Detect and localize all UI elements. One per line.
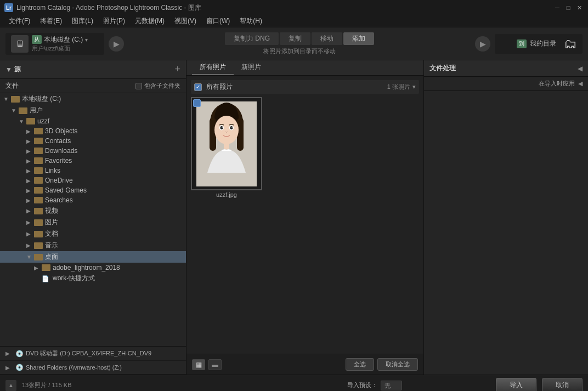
tree-item-saved-games[interactable]: ▶Saved Games [0, 185, 186, 195]
svg-point-9 [220, 126, 223, 129]
menu-item-l[interactable]: 图库(L) [67, 15, 98, 27]
tree-item-onedrive[interactable]: ▶OneDrive [0, 175, 186, 185]
checkbox-label-text: 包含子文件夹 [144, 82, 180, 90]
sidebar-sub-header: 文件 包含子文件夹 [0, 79, 186, 93]
dest-arrow[interactable]: ▶ [475, 36, 490, 52]
tab-all-photos[interactable]: 所有照片 [192, 60, 234, 75]
sidebar-title: ▼ 源 [5, 65, 21, 74]
left-sidebar: ▼ 源 + 文件 包含子文件夹 ▼本地磁盘 (C:)▼用户▼uzzf▶3D Ob… [0, 60, 186, 375]
tree-arrow-saved-games: ▶ [26, 188, 34, 194]
menu-item-f[interactable]: 文件(F) [4, 15, 35, 27]
tree-item-contacts[interactable]: ▶Contacts [0, 136, 186, 146]
drive-arrow-0: ▶ [5, 350, 13, 356]
tree-item-3d-objects[interactable]: ▶3D Objects [0, 126, 186, 136]
tree-label-docs: 文档 [45, 229, 183, 239]
tree-arrow-downloads: ▶ [26, 148, 34, 154]
files-label: 文件 [5, 81, 19, 90]
section-arrow-icon: ▾ [412, 83, 416, 90]
action-tabs: 复制力 DNG 复制 移动 添加 [225, 32, 374, 45]
move-tab[interactable]: 移动 [312, 32, 342, 45]
menu-item-v[interactable]: 视图(V) [170, 15, 201, 27]
preset-select[interactable]: 无 [381, 381, 402, 390]
source-info: 从 本地磁盘 (C:) ▾ 用户\uzzf\桌面 [32, 35, 88, 53]
svg-point-12 [231, 127, 233, 128]
tree-arrow-contacts: ▶ [26, 138, 34, 144]
list-view-btn[interactable]: ▬ [208, 359, 222, 370]
thumb-checkbox[interactable] [193, 99, 201, 107]
svg-point-13 [227, 138, 234, 142]
photo-count-info: 13张照片 / 115 KB [22, 381, 253, 389]
tree-arrow-desktop: ▼ [26, 254, 34, 260]
source-dropdown-icon[interactable]: ▾ [85, 37, 88, 43]
tree-item-searches[interactable]: ▶Searches [0, 195, 186, 205]
copy-dng-tab[interactable]: 复制力 DNG [225, 32, 279, 45]
top-toolbar: 🖥 从 本地磁盘 (C:) ▾ 用户\uzzf\桌面 ▶ 复制力 DNG 复制 … [0, 27, 588, 60]
source-panel[interactable]: 🖥 从 本地磁盘 (C:) ▾ 用户\uzzf\桌面 [5, 33, 104, 55]
drive-item-0[interactable]: ▶💿DVD 驱动器 (D:) CPBA_X64FRE_ZH-CN_DV9 [0, 347, 186, 361]
sidebar-add-button[interactable]: + [174, 64, 180, 75]
tree-item-pictures[interactable]: ▶图片 [0, 217, 186, 228]
folder-icon-videos [34, 208, 43, 214]
section-count: 1 张照片 [387, 83, 410, 91]
tree-label-downloads: Downloads [45, 147, 183, 155]
menu-item-p[interactable]: 照片(P) [99, 15, 129, 27]
photo-thumb-uzzf[interactable]: uzzf.jpg [191, 97, 262, 199]
apply-on-import-header: 在导入时应用 ◀ [424, 77, 588, 91]
tree-label-pictures: 图片 [45, 218, 183, 227]
menu-item-h[interactable]: 帮助(H) [235, 15, 267, 27]
apply-on-import-label: 在导入时应用 [539, 80, 575, 88]
tree-item-local-disk[interactable]: ▼本地磁盘 (C:) [0, 93, 186, 105]
tree-arrow-local-disk: ▼ [3, 96, 11, 102]
deselect-all-button[interactable]: 取消全选 [377, 358, 418, 371]
tree-arrow-music: ▶ [26, 242, 34, 248]
minimize-button[interactable]: ─ [553, 3, 562, 12]
drive-arrow-1: ▶ [5, 365, 13, 371]
tree-label-adobe-lr: adobe_lightroom_2018 [53, 264, 183, 271]
dest-panel[interactable]: 到 我的目录 🗂 [495, 34, 583, 54]
title-bar: Lr Lightroom Catalog - Adobe Photoshop L… [0, 0, 588, 15]
expand-button[interactable]: ▲ [5, 380, 16, 391]
drive-item-1[interactable]: ▶💿Shared Folders (\\vmware-host) (Z:) [0, 361, 186, 375]
copy-tab[interactable]: 复制 [280, 32, 310, 45]
section-checkbox[interactable]: ✓ [194, 83, 202, 91]
cancel-button[interactable]: 取消 [542, 378, 583, 391]
restore-button[interactable]: □ [564, 3, 573, 12]
import-button[interactable]: 导入 [496, 378, 536, 391]
tree-item-favorites[interactable]: ▶Favorites [0, 156, 186, 166]
tree-label-users: 用户 [30, 106, 183, 115]
menu-item-e[interactable]: 将着(E) [36, 15, 66, 27]
folder-icon-contacts [34, 138, 43, 144]
tree-item-users[interactable]: ▼用户 [0, 105, 186, 116]
folder-icon-3d-objects [34, 128, 43, 134]
menu-item-w[interactable]: 窗口(W) [202, 15, 234, 27]
tree-item-desktop[interactable]: ▼桌面 [0, 251, 186, 263]
tree-arrow-3d-objects: ▶ [26, 128, 34, 134]
checkbox-icon [135, 83, 142, 89]
preset-section: 导入预设： 无 [259, 381, 490, 390]
tree-label-onedrive: OneDrive [45, 177, 183, 184]
photo-filename: uzzf.jpg [191, 190, 262, 199]
grid-view-btn[interactable]: ▦ [192, 359, 205, 370]
tree-item-uzzf[interactable]: ▼uzzf [0, 116, 186, 126]
tab-new-photos[interactable]: 新照片 [234, 60, 269, 75]
close-button[interactable]: ✕ [575, 3, 584, 12]
tree-item-docs[interactable]: ▶文档 [0, 228, 186, 240]
include-subfolders-checkbox[interactable]: 包含子文件夹 [135, 82, 180, 90]
tree-label-music: 音乐 [45, 241, 183, 250]
far-right-collapse-icon[interactable]: ◀ [578, 65, 583, 72]
menu-item-m[interactable]: 元数据(M) [131, 15, 169, 27]
tree-item-videos[interactable]: ▶视频 [0, 205, 186, 217]
bottom-bar: ▲ 13张照片 / 115 KB 导入预设： 无 导入 取消 [0, 375, 588, 391]
tree-arrow-pictures: ▶ [26, 219, 34, 225]
tree-item-downloads[interactable]: ▶Downloads [0, 146, 186, 156]
tree-item-work[interactable]: 📄work-快捷方式 [0, 273, 186, 284]
tree-item-music[interactable]: ▶音乐 [0, 240, 186, 251]
tree-arrow-adobe-lr: ▶ [34, 265, 42, 271]
select-all-button[interactable]: 全选 [346, 358, 374, 371]
source-arrow[interactable]: ▶ [109, 36, 124, 52]
sidebar-title-text: 源 [14, 65, 21, 74]
svg-point-6 [214, 116, 239, 144]
add-tab[interactable]: 添加 [343, 32, 374, 45]
tree-item-adobe-lr[interactable]: ▶adobe_lightroom_2018 [0, 263, 186, 273]
tree-item-links[interactable]: ▶Links [0, 166, 186, 175]
